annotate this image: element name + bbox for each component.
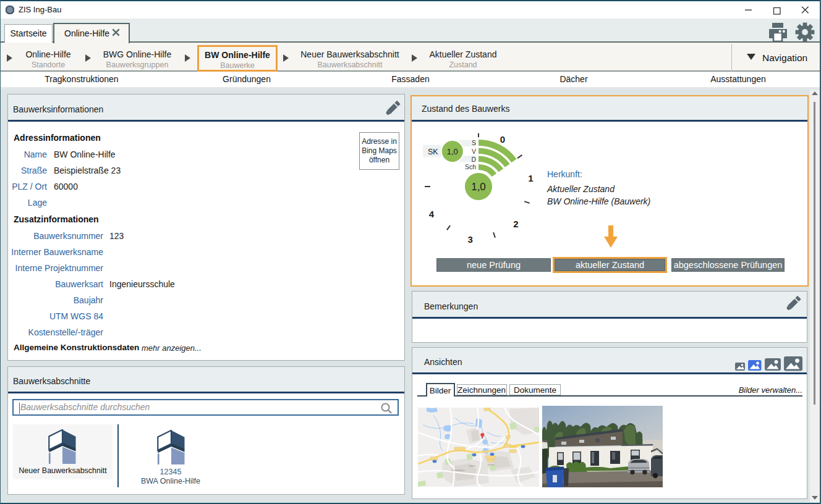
svg-text:2: 2 [513,218,518,229]
svg-text:1,0: 1,0 [446,146,457,156]
svg-text:V: V [471,147,475,154]
svg-text:OLDENBURG: OLDENBURG [451,469,465,472]
svg-text:STADT: STADT [469,465,476,468]
svg-text:D: D [471,156,476,163]
svg-text:0: 0 [500,134,504,145]
svg-text:FINNE: FINNE [488,464,495,466]
svg-text:1: 1 [528,173,533,183]
svg-text:3: 3 [467,233,472,244]
svg-text:S: S [471,139,475,146]
svg-text:Sch: Sch [464,162,475,170]
svg-text:4: 4 [428,209,434,219]
svg-text:SK: SK [428,147,438,156]
svg-text:1,0: 1,0 [471,181,486,193]
